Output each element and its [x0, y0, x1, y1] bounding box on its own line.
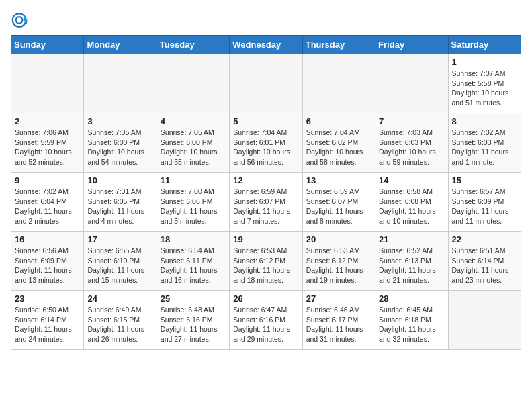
- day-info: Sunrise: 6:46 AM Sunset: 6:17 PM Dayligh…: [306, 305, 371, 345]
- day-info: Sunrise: 6:59 AM Sunset: 6:07 PM Dayligh…: [306, 187, 371, 226]
- day-cell: [157, 54, 229, 113]
- day-info: Sunrise: 7:06 AM Sunset: 5:59 PM Dayligh…: [15, 128, 80, 167]
- day-info: Sunrise: 7:07 AM Sunset: 5:58 PM Dayligh…: [452, 68, 517, 108]
- logo-icon: [11, 11, 30, 30]
- day-info: Sunrise: 6:45 AM Sunset: 6:18 PM Dayligh…: [379, 305, 444, 345]
- day-cell: 8Sunrise: 7:02 AM Sunset: 6:03 PM Daylig…: [448, 113, 521, 173]
- day-info: Sunrise: 6:58 AM Sunset: 6:08 PM Dayligh…: [379, 187, 444, 226]
- day-number: 26: [233, 293, 298, 304]
- day-number: 11: [161, 175, 226, 185]
- day-info: Sunrise: 6:53 AM Sunset: 6:12 PM Dayligh…: [233, 246, 298, 285]
- day-cell: 6Sunrise: 7:04 AM Sunset: 6:02 PM Daylig…: [302, 113, 375, 173]
- day-number: 16: [15, 234, 80, 244]
- day-number: 10: [87, 175, 152, 185]
- day-cell: 27Sunrise: 6:46 AM Sunset: 6:17 PM Dayli…: [302, 291, 375, 350]
- day-number: 18: [161, 234, 226, 244]
- day-info: Sunrise: 6:47 AM Sunset: 6:16 PM Dayligh…: [233, 305, 298, 345]
- day-number: 1: [452, 57, 517, 67]
- day-number: 5: [233, 116, 298, 126]
- day-number: 23: [15, 293, 80, 304]
- day-number: 24: [87, 293, 152, 304]
- day-number: 7: [379, 116, 444, 126]
- day-info: Sunrise: 7:02 AM Sunset: 6:03 PM Dayligh…: [452, 128, 517, 167]
- day-number: 21: [379, 234, 444, 244]
- day-number: 8: [452, 116, 517, 126]
- header-row: SundayMondayTuesdayWednesdayThursdayFrid…: [11, 36, 521, 54]
- day-cell: [448, 291, 521, 350]
- week-row: 23Sunrise: 6:50 AM Sunset: 6:14 PM Dayli…: [11, 291, 521, 350]
- day-cell: 19Sunrise: 6:53 AM Sunset: 6:12 PM Dayli…: [230, 232, 302, 291]
- day-info: Sunrise: 7:05 AM Sunset: 6:00 PM Dayligh…: [161, 128, 226, 167]
- logo: [11, 11, 32, 30]
- day-cell: 24Sunrise: 6:49 AM Sunset: 6:15 PM Dayli…: [84, 291, 157, 350]
- day-cell: 7Sunrise: 7:03 AM Sunset: 6:03 PM Daylig…: [375, 113, 448, 173]
- header-day: Friday: [375, 36, 448, 54]
- day-info: Sunrise: 6:48 AM Sunset: 6:16 PM Dayligh…: [161, 305, 226, 345]
- week-row: 2Sunrise: 7:06 AM Sunset: 5:59 PM Daylig…: [11, 113, 521, 173]
- day-cell: [302, 54, 375, 113]
- day-cell: 12Sunrise: 6:59 AM Sunset: 6:07 PM Dayli…: [230, 173, 302, 232]
- day-cell: 10Sunrise: 7:01 AM Sunset: 6:05 PM Dayli…: [84, 173, 157, 232]
- page-header: [11, 11, 521, 30]
- day-info: Sunrise: 6:59 AM Sunset: 6:07 PM Dayligh…: [233, 187, 298, 226]
- day-cell: 2Sunrise: 7:06 AM Sunset: 5:59 PM Daylig…: [11, 113, 84, 173]
- svg-point-0: [13, 13, 26, 27]
- day-cell: 5Sunrise: 7:04 AM Sunset: 6:01 PM Daylig…: [230, 113, 302, 173]
- day-number: 17: [87, 234, 152, 244]
- day-cell: 23Sunrise: 6:50 AM Sunset: 6:14 PM Dayli…: [11, 291, 84, 350]
- day-cell: 3Sunrise: 7:05 AM Sunset: 6:00 PM Daylig…: [84, 113, 157, 173]
- day-info: Sunrise: 6:55 AM Sunset: 6:10 PM Dayligh…: [87, 246, 152, 285]
- svg-point-1: [16, 17, 23, 24]
- day-number: 20: [306, 234, 371, 244]
- day-cell: 13Sunrise: 6:59 AM Sunset: 6:07 PM Dayli…: [302, 173, 375, 232]
- day-info: Sunrise: 7:04 AM Sunset: 6:01 PM Dayligh…: [233, 128, 298, 167]
- day-cell: [11, 54, 84, 113]
- day-cell: 14Sunrise: 6:58 AM Sunset: 6:08 PM Dayli…: [375, 173, 448, 232]
- day-info: Sunrise: 7:01 AM Sunset: 6:05 PM Dayligh…: [87, 187, 152, 226]
- day-cell: 22Sunrise: 6:51 AM Sunset: 6:14 PM Dayli…: [448, 232, 521, 291]
- day-number: 19: [233, 234, 298, 244]
- calendar-table: SundayMondayTuesdayWednesdayThursdayFrid…: [11, 35, 521, 350]
- day-cell: [230, 54, 302, 113]
- header-day: Wednesday: [230, 36, 302, 54]
- day-number: 25: [161, 293, 226, 304]
- day-cell: [375, 54, 448, 113]
- day-number: 9: [15, 175, 80, 185]
- day-number: 13: [306, 175, 371, 185]
- day-number: 28: [379, 293, 444, 304]
- day-number: 3: [87, 116, 152, 126]
- day-number: 12: [233, 175, 298, 185]
- day-info: Sunrise: 6:52 AM Sunset: 6:13 PM Dayligh…: [379, 246, 444, 285]
- week-row: 1Sunrise: 7:07 AM Sunset: 5:58 PM Daylig…: [11, 54, 521, 113]
- day-cell: 21Sunrise: 6:52 AM Sunset: 6:13 PM Dayli…: [375, 232, 448, 291]
- week-row: 16Sunrise: 6:56 AM Sunset: 6:09 PM Dayli…: [11, 232, 521, 291]
- day-number: 15: [452, 175, 517, 185]
- day-cell: 15Sunrise: 6:57 AM Sunset: 6:09 PM Dayli…: [448, 173, 521, 232]
- day-info: Sunrise: 7:02 AM Sunset: 6:04 PM Dayligh…: [15, 187, 80, 226]
- header-day: Tuesday: [157, 36, 229, 54]
- day-info: Sunrise: 7:04 AM Sunset: 6:02 PM Dayligh…: [306, 128, 371, 167]
- day-cell: 18Sunrise: 6:54 AM Sunset: 6:11 PM Dayli…: [157, 232, 229, 291]
- day-info: Sunrise: 6:54 AM Sunset: 6:11 PM Dayligh…: [161, 246, 226, 285]
- day-cell: 26Sunrise: 6:47 AM Sunset: 6:16 PM Dayli…: [230, 291, 302, 350]
- day-cell: 9Sunrise: 7:02 AM Sunset: 6:04 PM Daylig…: [11, 173, 84, 232]
- day-info: Sunrise: 6:49 AM Sunset: 6:15 PM Dayligh…: [87, 305, 152, 345]
- day-cell: 28Sunrise: 6:45 AM Sunset: 6:18 PM Dayli…: [375, 291, 448, 350]
- day-cell: 17Sunrise: 6:55 AM Sunset: 6:10 PM Dayli…: [84, 232, 157, 291]
- header-day: Sunday: [11, 36, 84, 54]
- day-number: 4: [161, 116, 226, 126]
- day-cell: [84, 54, 157, 113]
- day-number: 2: [15, 116, 80, 126]
- day-info: Sunrise: 6:57 AM Sunset: 6:09 PM Dayligh…: [452, 187, 517, 226]
- day-number: 27: [306, 293, 371, 304]
- day-number: 6: [306, 116, 371, 126]
- day-info: Sunrise: 6:53 AM Sunset: 6:12 PM Dayligh…: [306, 246, 371, 285]
- header-day: Monday: [84, 36, 157, 54]
- day-info: Sunrise: 7:05 AM Sunset: 6:00 PM Dayligh…: [87, 128, 152, 167]
- day-info: Sunrise: 6:56 AM Sunset: 6:09 PM Dayligh…: [15, 246, 80, 285]
- day-cell: 25Sunrise: 6:48 AM Sunset: 6:16 PM Dayli…: [157, 291, 229, 350]
- day-cell: 1Sunrise: 7:07 AM Sunset: 5:58 PM Daylig…: [448, 54, 521, 113]
- day-cell: 20Sunrise: 6:53 AM Sunset: 6:12 PM Dayli…: [302, 232, 375, 291]
- day-info: Sunrise: 6:50 AM Sunset: 6:14 PM Dayligh…: [15, 305, 80, 345]
- day-info: Sunrise: 7:00 AM Sunset: 6:06 PM Dayligh…: [161, 187, 226, 226]
